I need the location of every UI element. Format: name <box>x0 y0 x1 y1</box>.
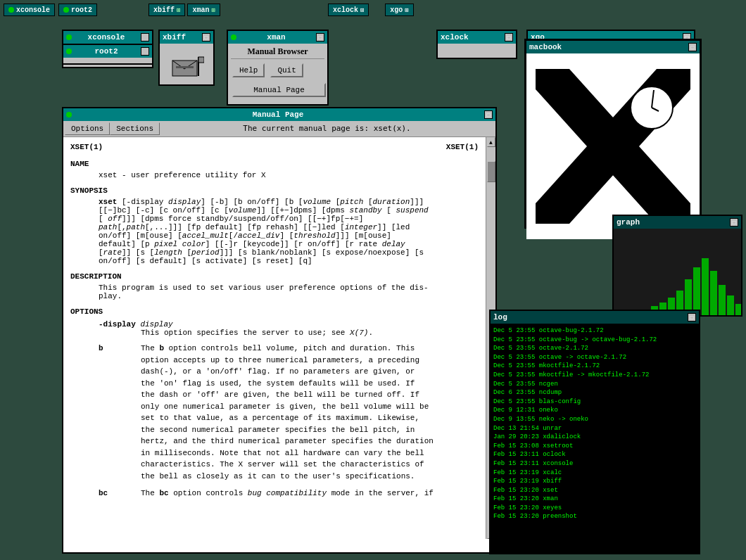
xman-dot <box>231 34 236 40</box>
manual-browser-label: Manual Browser <box>231 46 324 59</box>
manpage-dot <box>66 112 72 117</box>
taskbar-xgo[interactable]: xgo ⊞ <box>385 4 413 16</box>
log-entry: Dec 5 23:55 mkoctfile -> mkoctfile-2.1.7… <box>493 371 696 380</box>
sections-menu[interactable]: Sections <box>110 122 160 135</box>
xconsole-titlebar[interactable]: xconsole <box>63 31 152 44</box>
xlogo-window: macbook □ <box>524 39 702 229</box>
name-section-head: NAME <box>70 160 479 168</box>
histogram-title: graph <box>617 218 640 227</box>
xbiff-content <box>160 44 213 84</box>
histogram-close-btn[interactable]: □ <box>730 218 738 227</box>
desc-section-head: DESCRIPTION <box>70 272 479 281</box>
quit-button[interactable]: Quit <box>270 63 303 77</box>
manual-page-button[interactable]: Manual Page <box>232 83 326 97</box>
xman-close-btn[interactable]: □ <box>316 33 324 42</box>
log-entry: Dec 6 23:55 ncdump <box>493 388 696 397</box>
taskbar-xclock[interactable]: xclock ⊞ <box>328 4 369 16</box>
xclock-close-btn[interactable]: □ <box>505 33 513 42</box>
taskbar-xbiff[interactable]: xbiff ⊞ <box>148 4 185 16</box>
svg-rect-23 <box>702 258 709 315</box>
manpage-status: The current manual page is: xset(x). <box>160 122 494 135</box>
log-entry: Dec 9 12:31 oneko <box>493 406 696 415</box>
log-entry: Feb 15 23:11 oclock <box>493 450 696 459</box>
active-dot <box>8 7 14 13</box>
histogram-window: graph □ <box>612 215 742 317</box>
display-option-desc: This option specifies the server to use;… <box>141 329 479 337</box>
xlogo-titlebar[interactable]: macbook □ <box>526 41 700 53</box>
xconsole-title: xconsole <box>88 33 125 42</box>
log-entry: Dec 5 23:55 octave-bug -> octave-bug-2.1… <box>493 336 696 345</box>
synopsis-args: [-display display] [-b] [b on/off] [b [v… <box>122 198 424 206</box>
synopsis-content: xset [-display display] [-b] [b on/off] … <box>99 198 479 265</box>
options-menu[interactable]: Options <box>65 122 110 135</box>
xconsole-close-btn[interactable] <box>141 33 149 42</box>
xclock-title: xclock <box>441 33 469 42</box>
display-option-key: -display <box>99 320 136 329</box>
scroll-up-arrow[interactable]: ▲ <box>487 137 495 147</box>
log-entry: Feb 15 23:19 xbiff <box>493 477 696 486</box>
xbiff-window: xbiff □ <box>158 30 215 86</box>
svg-rect-25 <box>719 285 726 315</box>
manpage-header: XSET(1) XSET(1) <box>70 143 479 151</box>
name-text: xset - user preference utility for X <box>70 171 479 179</box>
synopsis-section-head: SYNOPSIS <box>70 186 479 195</box>
histogram-content <box>614 229 741 315</box>
svg-rect-5 <box>176 66 194 68</box>
manual-browser-buttons: Help Quit <box>231 62 324 79</box>
xclock-titlebar[interactable]: xclock □ <box>438 31 516 44</box>
manpage-close-btn[interactable]: □ <box>484 110 493 119</box>
synopsis-cmd: xset <box>99 198 117 206</box>
synopsis-line6: default] [p pixel color] [[-]r [keycode]… <box>99 240 405 248</box>
taskbar: xconsole root2 xbiff ⊞ xman ⊞ xclock ⊞ x… <box>0 0 746 27</box>
log-entry: Dec 5 23:55 octave-2.1.72 <box>493 344 696 353</box>
svg-rect-2 <box>198 57 204 63</box>
histogram-titlebar[interactable]: graph □ <box>614 216 741 229</box>
xbiff-close-btn[interactable]: □ <box>202 33 210 42</box>
log-entry: Feb 15 23:11 xconsole <box>493 459 696 469</box>
window-dot2 <box>66 49 72 54</box>
log-entry: Feb 15 23:20 xeyes <box>493 504 696 513</box>
bc-option-desc: The bc option controls bug compatibility… <box>141 488 479 499</box>
svg-rect-22 <box>693 267 700 315</box>
options-section-head: OPTIONS <box>70 307 479 316</box>
log-entry: Dec 13 21:54 unrar <box>493 424 696 433</box>
manpage-content[interactable]: XSET(1) XSET(1) NAME xset - user prefere… <box>63 137 486 539</box>
xlogo-title: macbook <box>529 43 562 51</box>
taskbar-root2[interactable]: root2 <box>58 4 97 16</box>
xman-browser-content: Manual Browser Help Quit Manual Page <box>228 44 327 101</box>
manpage-header-left: XSET(1) <box>70 143 103 151</box>
synopsis-line8: on/off] [s default] [s activate] [s rese… <box>99 257 312 265</box>
taskbar-xconsole[interactable]: xconsole <box>4 4 55 16</box>
log-entry: Feb 15 23:08 xsetroot <box>493 442 696 451</box>
synopsis-line5: on/off] [m[ouse] [accel_mult[/accel_div]… <box>99 231 391 240</box>
display-option-arg: display <box>140 320 172 329</box>
desktop: xconsole root2 xbiff ⊞ xman ⊞ xclock ⊞ x… <box>0 0 746 560</box>
log-entry: Dec 5 23:55 mkoctfile-2.1.72 <box>493 362 696 371</box>
synopsis-line4: path[,path[,...]]] [fp default] [fp reha… <box>99 223 410 231</box>
root2-close-btn[interactable] <box>141 47 149 56</box>
log-entry: Jan 29 20:23 xdaliclock <box>493 433 696 442</box>
log-content[interactable]: Dec 5 23:55 octave-bug-2.1.72Dec 5 23:55… <box>491 324 699 553</box>
b-option-key: b <box>99 343 141 482</box>
console-log-close-btn[interactable]: □ <box>688 313 696 322</box>
xlogo-close-btn[interactable]: □ <box>688 43 697 51</box>
active-dot2 <box>63 7 69 13</box>
xman-window: xman □ Manual Browser Help Quit Manual P… <box>227 30 329 106</box>
console-log-window: log □ Dec 5 23:55 octave-bug-2.1.72Dec 5… <box>489 310 700 554</box>
display-option-group: -display display <box>99 320 479 329</box>
scroll-thumb[interactable] <box>487 161 495 182</box>
manpage-titlebar[interactable]: Manual Page □ <box>63 108 495 121</box>
b-option-desc: The b option controls bell volume, pitch… <box>141 343 479 482</box>
xbiff-titlebar[interactable]: xbiff □ <box>160 31 213 44</box>
taskbar-xman[interactable]: xman ⊞ <box>187 4 220 16</box>
help-button[interactable]: Help <box>232 63 265 77</box>
xman-title: xman <box>267 33 285 42</box>
xman-titlebar[interactable]: xman □ <box>228 31 327 44</box>
b-option-group: b The b option controls bell volume, pit… <box>99 343 479 482</box>
desc-text: This program is used to set various user… <box>70 284 479 300</box>
manpage-scroll-area: XSET(1) XSET(1) NAME xset - user prefere… <box>63 137 495 539</box>
root2-titlebar[interactable]: root2 <box>63 45 152 58</box>
x-logo-svg <box>536 69 690 224</box>
console-log-titlebar[interactable]: log □ <box>491 311 699 324</box>
svg-rect-26 <box>727 295 734 315</box>
